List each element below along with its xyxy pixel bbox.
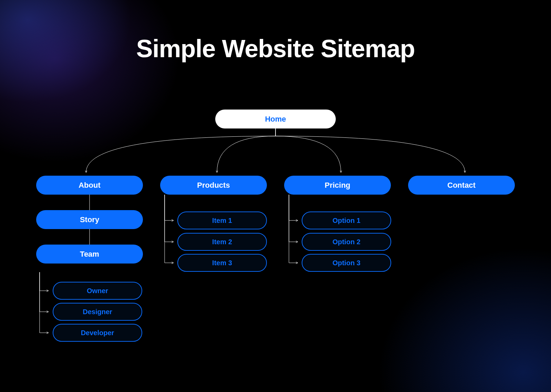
- node-products: Products: [160, 176, 267, 195]
- node-option-1: Option 1: [302, 212, 391, 229]
- node-home: Home: [215, 110, 336, 128]
- node-team: Team: [36, 245, 143, 264]
- node-about: About: [36, 176, 143, 195]
- page-title: Simple Website Sitemap: [0, 34, 551, 63]
- node-owner: Owner: [53, 282, 142, 300]
- node-story: Story: [36, 210, 143, 229]
- node-developer: Developer: [53, 324, 142, 342]
- node-designer: Designer: [53, 303, 142, 321]
- node-pricing: Pricing: [284, 176, 391, 195]
- node-item-3: Item 3: [177, 254, 267, 272]
- node-option-3: Option 3: [302, 254, 391, 272]
- node-option-2: Option 2: [302, 233, 391, 251]
- node-item-1: Item 1: [177, 212, 267, 229]
- node-item-2: Item 2: [177, 233, 267, 251]
- node-contact: Contact: [408, 176, 515, 195]
